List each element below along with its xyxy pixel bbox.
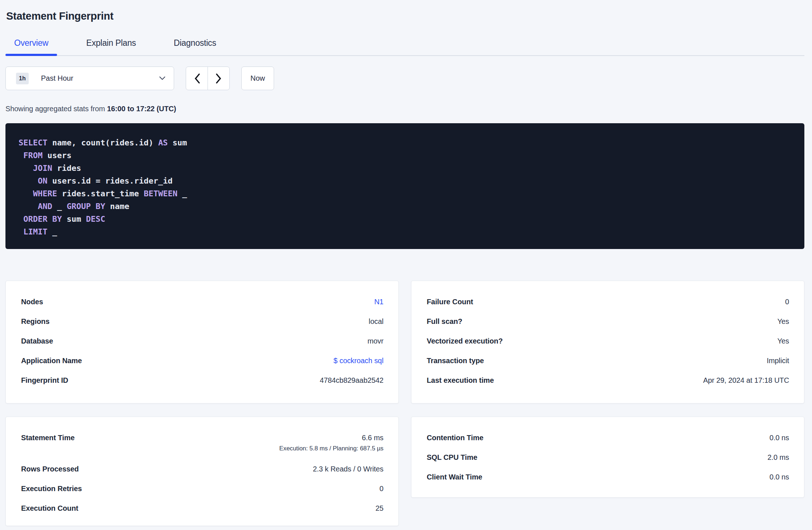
row-label: Vectorized execution? <box>427 337 503 345</box>
table-row: Failure Count 0 <box>427 292 789 312</box>
row-value: Yes <box>777 337 789 345</box>
row-label: Transaction type <box>427 357 484 365</box>
aggregated-stats-line: Showing aggregated stats from 16:00 to 1… <box>5 105 804 113</box>
time-range-label: Past Hour <box>41 74 73 83</box>
table-row: Regions local <box>21 312 383 331</box>
chevron-down-icon <box>159 76 165 80</box>
now-button[interactable]: Now <box>241 67 274 90</box>
row-value: 0 <box>785 298 789 306</box>
row-value: Apr 29, 2024 at 17:18 UTC <box>703 376 789 385</box>
table-row: Nodes N1 <box>21 292 383 312</box>
row-value: 4784cb829aab2542 <box>320 376 383 385</box>
row-value: Yes <box>777 317 789 326</box>
row-value: 2.3 k Reads / 0 Writes <box>313 465 383 473</box>
table-row: Execution Count 25 <box>21 498 383 518</box>
tab-explain-plans[interactable]: Explain Plans <box>77 39 145 55</box>
table-row: Contention Time 0.0 ns <box>427 428 789 447</box>
row-value: 0 <box>379 485 383 493</box>
table-row: Full scan? Yes <box>427 312 789 331</box>
tab-bar: Overview Explain Plans Diagnostics <box>5 39 804 56</box>
row-label: Nodes <box>21 298 43 306</box>
table-row: Transaction type Implicit <box>427 351 789 370</box>
row-label: Regions <box>21 317 49 326</box>
table-row: Execution Retries 0 <box>21 479 383 498</box>
tab-overview[interactable]: Overview <box>5 39 57 55</box>
nodes-link[interactable]: N1 <box>374 298 383 306</box>
time-range-badge: 1h <box>16 73 29 84</box>
table-row: SQL CPU Time 2.0 ms <box>427 447 789 467</box>
table-row: Application Name $ cockroach sql <box>21 351 383 370</box>
sql-code: SELECT name, count(rides.id) AS sum FROM… <box>19 136 793 238</box>
next-time-button[interactable] <box>208 67 230 90</box>
table-row: Vectorized execution? Yes <box>427 331 789 351</box>
row-value: 0.0 ns <box>769 473 789 481</box>
statement-info-card: Nodes N1 Regions local Database movr App… <box>5 281 399 403</box>
row-label: Execution Retries <box>21 485 82 493</box>
time-pager <box>186 67 230 90</box>
row-value: 25 <box>375 504 383 513</box>
table-row: Statement Time 6.6 ms Execution: 5.8 ms … <box>21 428 383 459</box>
row-label: Full scan? <box>427 317 462 326</box>
execution-attributes-card: Failure Count 0 Full scan? Yes Vectorize… <box>411 281 804 403</box>
row-label: Failure Count <box>427 298 473 306</box>
row-value: movr <box>367 337 383 345</box>
table-row: Fingerprint ID 4784cb829aab2542 <box>21 370 383 390</box>
statement-times-card: Statement Time 6.6 ms Execution: 5.8 ms … <box>5 417 399 526</box>
summary-cards-row-1: Nodes N1 Regions local Database movr App… <box>5 281 804 403</box>
table-row: Database movr <box>21 331 383 351</box>
application-name-link[interactable]: $ cockroach sql <box>334 357 383 365</box>
statement-fingerprint-page: Statement Fingerprint Overview Explain P… <box>0 10 812 526</box>
stats-prefix: Showing aggregated stats from <box>5 105 107 113</box>
sql-statement-box: SELECT name, count(rides.id) AS sum FROM… <box>5 123 804 249</box>
row-label: Contention Time <box>427 434 483 442</box>
summary-cards-row-2: Statement Time 6.6 ms Execution: 5.8 ms … <box>5 417 804 526</box>
row-label: Fingerprint ID <box>21 376 68 385</box>
row-label: Database <box>21 337 53 345</box>
row-value: 0.0 ns <box>769 434 789 442</box>
stats-range: 16:00 to 17:22 (UTC) <box>107 105 176 113</box>
row-label: Statement Time <box>21 428 75 447</box>
wait-times-card: Contention Time 0.0 ns SQL CPU Time 2.0 … <box>411 417 804 498</box>
tab-diagnostics[interactable]: Diagnostics <box>165 39 225 55</box>
row-label: Rows Processed <box>21 465 79 473</box>
row-value: 2.0 ms <box>768 453 789 462</box>
row-subvalue: Execution: 5.8 ms / Planning: 687.5 µs <box>279 445 383 453</box>
row-value: Implicit <box>767 357 789 365</box>
row-label: Application Name <box>21 357 82 365</box>
table-row: Client Wait Time 0.0 ns <box>427 467 789 487</box>
page-title: Statement Fingerprint <box>6 10 804 22</box>
table-row: Last execution time Apr 29, 2024 at 17:1… <box>427 370 789 390</box>
previous-time-button[interactable] <box>186 67 208 90</box>
time-controls: 1h Past Hour Now <box>5 67 804 90</box>
row-value: local <box>369 317 383 326</box>
row-label: Client Wait Time <box>427 473 482 481</box>
table-row: Rows Processed 2.3 k Reads / 0 Writes <box>21 459 383 479</box>
time-range-select[interactable]: 1h Past Hour <box>5 67 174 90</box>
row-label: SQL CPU Time <box>427 453 477 462</box>
row-label: Execution Count <box>21 504 78 513</box>
row-label: Last execution time <box>427 376 494 385</box>
